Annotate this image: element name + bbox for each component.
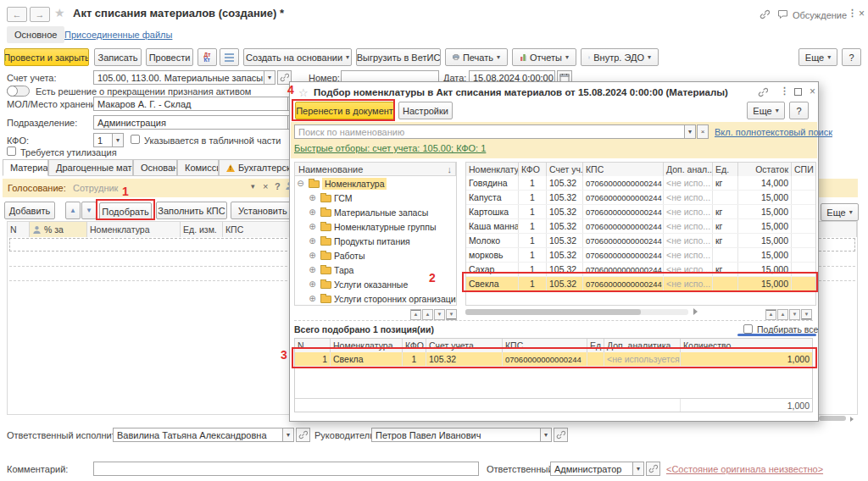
col-kps[interactable]: КПС	[503, 339, 587, 352]
pick-all-checkbox[interactable]	[743, 324, 753, 334]
help-button[interactable]: ?	[842, 48, 861, 66]
responsible-executor-dropdown-icon[interactable]: ▾	[282, 428, 294, 442]
discussion-button[interactable]: Обсуждение	[777, 9, 847, 21]
post-and-close-button[interactable]: Провести и закрыть	[4, 48, 89, 66]
search-input[interactable]: Поиск по наименованию	[294, 124, 685, 139]
expand-icon[interactable]: ⊕	[307, 279, 318, 289]
department-input[interactable]: Администрация	[93, 115, 288, 130]
dialog-kebab-menu-icon[interactable]: ⋮	[780, 86, 789, 97]
voting-dropdown-icon[interactable]: ▾	[251, 182, 255, 191]
go-up-icon[interactable]: ▲	[777, 309, 788, 320]
move-up-button[interactable]: ▲	[65, 202, 81, 219]
item-row-selected[interactable]: Свекла1105.3207060000000000244<не испо..…	[466, 277, 815, 291]
favorite-star-icon[interactable]: ★	[54, 6, 65, 19]
col-quantity[interactable]: Количество	[681, 339, 812, 352]
internal-edo-button[interactable]: Внутр. ЭДО▾	[581, 48, 659, 66]
go-first-icon[interactable]: ▲	[765, 309, 776, 320]
responsible-executor-open-icon[interactable]	[296, 428, 310, 442]
dialog-help-button[interactable]: ?	[789, 102, 809, 119]
forward-button[interactable]: →	[30, 7, 50, 22]
voting-input[interactable]: Сотрудник	[73, 183, 118, 193]
item-row[interactable]: Картошка1105.3207060000000000244<не испо…	[466, 205, 815, 219]
tree-header[interactable]: Наименование↓	[295, 163, 456, 176]
derecognition-toggle[interactable]	[7, 86, 30, 97]
dialog-maximize-icon[interactable]	[794, 88, 802, 96]
create-based-on-button[interactable]: Создать на основании▾	[243, 48, 352, 66]
fulltext-search-link[interactable]: Вкл. полнотекстовый поиск	[715, 127, 832, 137]
col-unit[interactable]: Ед. изм.	[181, 222, 223, 237]
tree-row[interactable]: ⊕Работы	[295, 248, 456, 263]
col-percent[interactable]: % за	[30, 222, 87, 237]
responsible-dropdown-icon[interactable]: ▾	[632, 462, 644, 476]
close-window-icon[interactable]: ×	[859, 8, 865, 19]
reports-button[interactable]: Отчеты▾	[512, 48, 576, 66]
manager-input[interactable]: Петров Павел Иванович	[371, 428, 541, 442]
tree-row[interactable]: ⊕Номенклатурные группы	[295, 219, 456, 234]
kfo-input[interactable]: 1	[93, 133, 113, 147]
manager-open-icon[interactable]	[554, 428, 568, 442]
utilization-checkbox[interactable]	[7, 147, 16, 156]
dialog-close-icon[interactable]: ×	[810, 86, 815, 97]
tab-commission[interactable]: Комиссия	[177, 159, 219, 176]
horizontal-scrollbar[interactable]	[819, 416, 846, 421]
scroll-right-icon[interactable]	[693, 308, 698, 315]
item-row[interactable]: Молоко1105.3207060000000000244<не испо..…	[466, 234, 815, 248]
go-up-icon[interactable]: ▲	[422, 309, 433, 320]
expand-icon[interactable]: ⊕	[307, 236, 318, 246]
item-row[interactable]: морковь1105.3207060000000000244<не испо.…	[466, 248, 815, 263]
col-name[interactable]: Номенклатура	[466, 163, 519, 176]
expand-icon[interactable]: ⊕	[307, 251, 318, 260]
col-analytics[interactable]: Доп. аналитика	[604, 339, 681, 352]
grid-more-button[interactable]: Еще▾	[821, 203, 859, 221]
col-kfo[interactable]: КФО	[519, 163, 547, 176]
col-nomenclature[interactable]: Номенклатура	[87, 222, 181, 237]
go-down-icon[interactable]: ▼	[434, 309, 445, 320]
move-down-button[interactable]: ▼	[81, 202, 97, 219]
item-row[interactable]: Сахар1105.3207060000000000244<не испо...…	[466, 263, 815, 277]
collapse-icon[interactable]: ⊖	[295, 179, 306, 188]
item-row[interactable]: Говядина1105.3207060000000000244<не испо…	[466, 176, 815, 191]
vetis-export-button[interactable]: Выгрузить в ВетИС	[356, 48, 441, 66]
print-button[interactable]: Печать▾	[445, 48, 508, 66]
responsible-executor-input[interactable]: Вавилина Татьяна Александровна	[113, 428, 283, 442]
col-analytics[interactable]: Доп. анал...	[664, 163, 713, 176]
responsible-open-icon[interactable]	[646, 462, 660, 476]
search-dropdown-icon[interactable]: ▾	[684, 124, 696, 139]
add-row-button[interactable]: Добавить	[4, 202, 55, 219]
tree-row-root[interactable]: ⊖Номенклатура	[295, 176, 456, 191]
quick-filters-link[interactable]: Быстрые отборы: счет учета: 105.00; КФО:…	[294, 143, 486, 153]
search-clear-icon[interactable]: ×	[697, 124, 709, 139]
document-list-button[interactable]	[220, 48, 239, 66]
original-state-link[interactable]: <Состояние оригинала неизвестно>	[666, 464, 823, 474]
dialog-more-button[interactable]: Еще▾	[747, 102, 785, 119]
tab-main[interactable]: Основное	[7, 26, 64, 43]
item-row[interactable]: Капуста1105.3207060000000000244<не испо.…	[466, 191, 815, 205]
manager-dropdown-icon[interactable]: ▾	[540, 428, 552, 442]
write-button[interactable]: Записать	[94, 48, 142, 66]
col-name[interactable]: Номенклатура	[331, 339, 403, 352]
more-button[interactable]: Еще▾	[798, 48, 837, 66]
go-down-icon[interactable]: ▼	[789, 309, 800, 320]
items-hscrollbar[interactable]	[465, 309, 688, 315]
col-n[interactable]: N	[8, 222, 30, 237]
selected-row[interactable]: 1 Свекла 1 105.32 07060000000000244 <не …	[295, 352, 812, 367]
tree-row[interactable]: ⊕Продукты питания	[295, 234, 456, 248]
expand-icon[interactable]: ⊕	[307, 193, 318, 202]
account-input[interactable]: 105.00, 113.00. Материальные запасы, Би	[93, 70, 264, 85]
kebab-menu-icon[interactable]: ⋮	[848, 8, 857, 19]
back-button[interactable]: ←	[7, 7, 27, 22]
comment-input[interactable]	[93, 462, 479, 476]
tree-row[interactable]: ⊕ГСМ	[295, 191, 456, 205]
col-kfo[interactable]: КФО	[403, 339, 426, 352]
transfer-to-document-button[interactable]: Перенести в документ	[295, 102, 394, 119]
kfo-in-rows-checkbox[interactable]	[131, 135, 140, 144]
voting-help-icon[interactable]: ?	[275, 181, 281, 191]
link-attached-files[interactable]: Присоединенные файлы	[64, 30, 172, 40]
fill-kps-button[interactable]: Заполнить КПС	[156, 202, 227, 219]
mol-input[interactable]: Макаров А. Г. - Склад	[93, 97, 288, 111]
dialog-star-icon[interactable]: ☆	[298, 86, 309, 99]
go-last-icon[interactable]: ▼	[801, 309, 812, 320]
col-unit[interactable]: Ед.	[713, 163, 738, 176]
dt-kt-postings-button[interactable]: ДтКт	[198, 48, 217, 66]
pick-button[interactable]: Подобрать	[99, 202, 152, 220]
